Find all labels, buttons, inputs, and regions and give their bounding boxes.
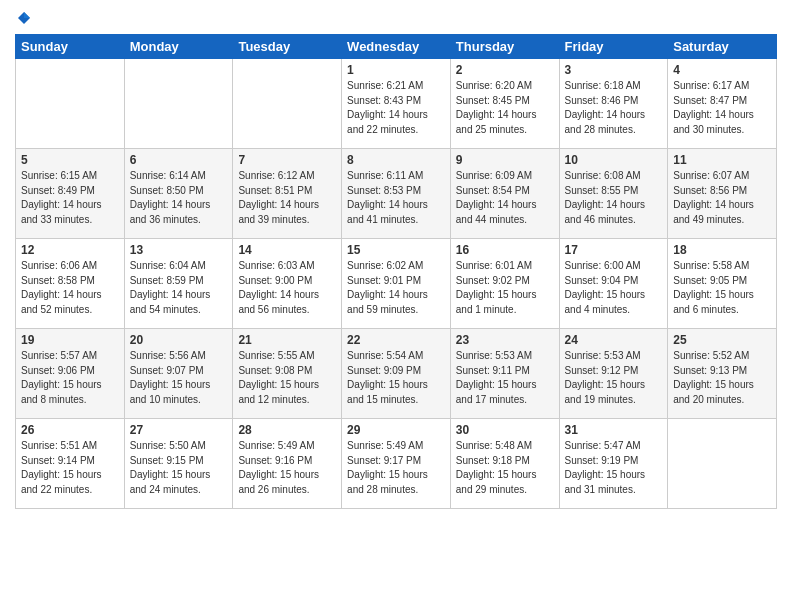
day-info: Sunrise: 6:09 AM Sunset: 8:54 PM Dayligh… — [456, 169, 554, 227]
day-number: 16 — [456, 243, 554, 257]
calendar-cell: 25Sunrise: 5:52 AM Sunset: 9:13 PM Dayli… — [668, 329, 777, 419]
logo — [15, 10, 33, 26]
col-friday: Friday — [559, 35, 668, 59]
day-number: 18 — [673, 243, 771, 257]
col-monday: Monday — [124, 35, 233, 59]
day-number: 13 — [130, 243, 228, 257]
calendar-cell: 18Sunrise: 5:58 AM Sunset: 9:05 PM Dayli… — [668, 239, 777, 329]
calendar-cell: 10Sunrise: 6:08 AM Sunset: 8:55 PM Dayli… — [559, 149, 668, 239]
calendar-cell: 7Sunrise: 6:12 AM Sunset: 8:51 PM Daylig… — [233, 149, 342, 239]
day-info: Sunrise: 6:03 AM Sunset: 9:00 PM Dayligh… — [238, 259, 336, 317]
day-info: Sunrise: 5:49 AM Sunset: 9:17 PM Dayligh… — [347, 439, 445, 497]
day-info: Sunrise: 5:49 AM Sunset: 9:16 PM Dayligh… — [238, 439, 336, 497]
day-number: 23 — [456, 333, 554, 347]
col-sunday: Sunday — [16, 35, 125, 59]
calendar-cell: 29Sunrise: 5:49 AM Sunset: 9:17 PM Dayli… — [342, 419, 451, 509]
day-number: 11 — [673, 153, 771, 167]
calendar-cell — [124, 59, 233, 149]
calendar: Sunday Monday Tuesday Wednesday Thursday… — [15, 34, 777, 509]
col-thursday: Thursday — [450, 35, 559, 59]
day-number: 1 — [347, 63, 445, 77]
day-info: Sunrise: 6:17 AM Sunset: 8:47 PM Dayligh… — [673, 79, 771, 137]
day-info: Sunrise: 6:15 AM Sunset: 8:49 PM Dayligh… — [21, 169, 119, 227]
logo-text — [15, 10, 33, 26]
day-number: 20 — [130, 333, 228, 347]
day-info: Sunrise: 5:53 AM Sunset: 9:12 PM Dayligh… — [565, 349, 663, 407]
calendar-week-5: 26Sunrise: 5:51 AM Sunset: 9:14 PM Dayli… — [16, 419, 777, 509]
day-info: Sunrise: 5:53 AM Sunset: 9:11 PM Dayligh… — [456, 349, 554, 407]
day-info: Sunrise: 5:56 AM Sunset: 9:07 PM Dayligh… — [130, 349, 228, 407]
svg-marker-1 — [24, 12, 30, 18]
day-number: 4 — [673, 63, 771, 77]
day-info: Sunrise: 5:57 AM Sunset: 9:06 PM Dayligh… — [21, 349, 119, 407]
col-saturday: Saturday — [668, 35, 777, 59]
day-number: 14 — [238, 243, 336, 257]
calendar-cell: 21Sunrise: 5:55 AM Sunset: 9:08 PM Dayli… — [233, 329, 342, 419]
page: Sunday Monday Tuesday Wednesday Thursday… — [0, 0, 792, 612]
day-info: Sunrise: 5:48 AM Sunset: 9:18 PM Dayligh… — [456, 439, 554, 497]
day-info: Sunrise: 6:07 AM Sunset: 8:56 PM Dayligh… — [673, 169, 771, 227]
calendar-cell: 3Sunrise: 6:18 AM Sunset: 8:46 PM Daylig… — [559, 59, 668, 149]
col-tuesday: Tuesday — [233, 35, 342, 59]
day-number: 27 — [130, 423, 228, 437]
calendar-cell: 2Sunrise: 6:20 AM Sunset: 8:45 PM Daylig… — [450, 59, 559, 149]
day-info: Sunrise: 6:18 AM Sunset: 8:46 PM Dayligh… — [565, 79, 663, 137]
day-info: Sunrise: 6:14 AM Sunset: 8:50 PM Dayligh… — [130, 169, 228, 227]
day-number: 30 — [456, 423, 554, 437]
day-number: 15 — [347, 243, 445, 257]
day-info: Sunrise: 6:02 AM Sunset: 9:01 PM Dayligh… — [347, 259, 445, 317]
day-info: Sunrise: 6:04 AM Sunset: 8:59 PM Dayligh… — [130, 259, 228, 317]
calendar-cell: 20Sunrise: 5:56 AM Sunset: 9:07 PM Dayli… — [124, 329, 233, 419]
calendar-cell: 15Sunrise: 6:02 AM Sunset: 9:01 PM Dayli… — [342, 239, 451, 329]
calendar-week-2: 5Sunrise: 6:15 AM Sunset: 8:49 PM Daylig… — [16, 149, 777, 239]
calendar-cell: 6Sunrise: 6:14 AM Sunset: 8:50 PM Daylig… — [124, 149, 233, 239]
day-number: 19 — [21, 333, 119, 347]
calendar-cell: 11Sunrise: 6:07 AM Sunset: 8:56 PM Dayli… — [668, 149, 777, 239]
day-info: Sunrise: 6:12 AM Sunset: 8:51 PM Dayligh… — [238, 169, 336, 227]
day-info: Sunrise: 6:21 AM Sunset: 8:43 PM Dayligh… — [347, 79, 445, 137]
day-number: 10 — [565, 153, 663, 167]
calendar-cell: 23Sunrise: 5:53 AM Sunset: 9:11 PM Dayli… — [450, 329, 559, 419]
day-number: 5 — [21, 153, 119, 167]
calendar-cell: 8Sunrise: 6:11 AM Sunset: 8:53 PM Daylig… — [342, 149, 451, 239]
day-number: 21 — [238, 333, 336, 347]
day-info: Sunrise: 5:58 AM Sunset: 9:05 PM Dayligh… — [673, 259, 771, 317]
calendar-week-3: 12Sunrise: 6:06 AM Sunset: 8:58 PM Dayli… — [16, 239, 777, 329]
calendar-cell: 9Sunrise: 6:09 AM Sunset: 8:54 PM Daylig… — [450, 149, 559, 239]
calendar-cell: 4Sunrise: 6:17 AM Sunset: 8:47 PM Daylig… — [668, 59, 777, 149]
day-info: Sunrise: 6:00 AM Sunset: 9:04 PM Dayligh… — [565, 259, 663, 317]
day-number: 31 — [565, 423, 663, 437]
day-info: Sunrise: 5:55 AM Sunset: 9:08 PM Dayligh… — [238, 349, 336, 407]
calendar-week-1: 1Sunrise: 6:21 AM Sunset: 8:43 PM Daylig… — [16, 59, 777, 149]
day-number: 3 — [565, 63, 663, 77]
day-info: Sunrise: 6:01 AM Sunset: 9:02 PM Dayligh… — [456, 259, 554, 317]
calendar-cell: 30Sunrise: 5:48 AM Sunset: 9:18 PM Dayli… — [450, 419, 559, 509]
calendar-cell: 5Sunrise: 6:15 AM Sunset: 8:49 PM Daylig… — [16, 149, 125, 239]
day-number: 7 — [238, 153, 336, 167]
calendar-header-row: Sunday Monday Tuesday Wednesday Thursday… — [16, 35, 777, 59]
day-info: Sunrise: 6:08 AM Sunset: 8:55 PM Dayligh… — [565, 169, 663, 227]
col-wednesday: Wednesday — [342, 35, 451, 59]
day-info: Sunrise: 5:50 AM Sunset: 9:15 PM Dayligh… — [130, 439, 228, 497]
calendar-cell: 24Sunrise: 5:53 AM Sunset: 9:12 PM Dayli… — [559, 329, 668, 419]
calendar-week-4: 19Sunrise: 5:57 AM Sunset: 9:06 PM Dayli… — [16, 329, 777, 419]
day-number: 24 — [565, 333, 663, 347]
day-number: 12 — [21, 243, 119, 257]
day-number: 26 — [21, 423, 119, 437]
day-number: 9 — [456, 153, 554, 167]
calendar-cell: 26Sunrise: 5:51 AM Sunset: 9:14 PM Dayli… — [16, 419, 125, 509]
day-info: Sunrise: 5:47 AM Sunset: 9:19 PM Dayligh… — [565, 439, 663, 497]
calendar-cell: 19Sunrise: 5:57 AM Sunset: 9:06 PM Dayli… — [16, 329, 125, 419]
calendar-cell: 27Sunrise: 5:50 AM Sunset: 9:15 PM Dayli… — [124, 419, 233, 509]
calendar-cell: 22Sunrise: 5:54 AM Sunset: 9:09 PM Dayli… — [342, 329, 451, 419]
day-info: Sunrise: 6:11 AM Sunset: 8:53 PM Dayligh… — [347, 169, 445, 227]
day-number: 2 — [456, 63, 554, 77]
calendar-cell — [16, 59, 125, 149]
day-number: 29 — [347, 423, 445, 437]
calendar-cell: 16Sunrise: 6:01 AM Sunset: 9:02 PM Dayli… — [450, 239, 559, 329]
day-number: 17 — [565, 243, 663, 257]
day-number: 25 — [673, 333, 771, 347]
calendar-cell — [668, 419, 777, 509]
day-number: 22 — [347, 333, 445, 347]
calendar-cell: 1Sunrise: 6:21 AM Sunset: 8:43 PM Daylig… — [342, 59, 451, 149]
